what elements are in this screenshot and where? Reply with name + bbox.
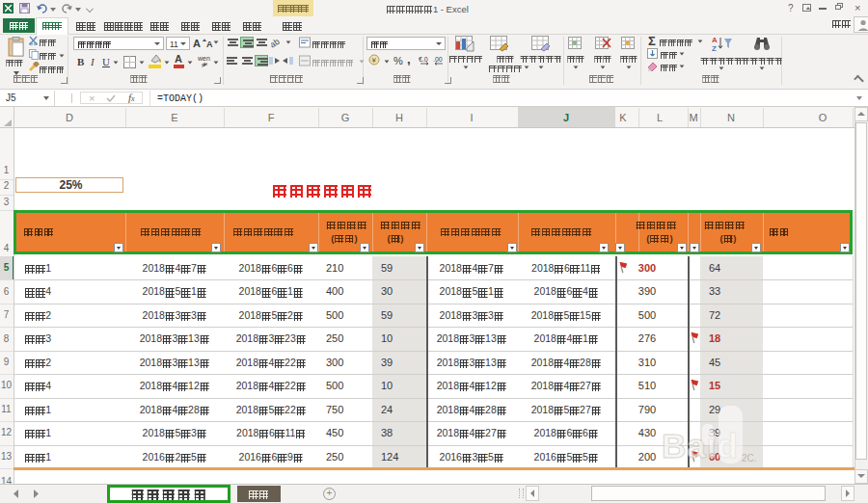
svg-text:.00: .00 [433,56,443,63]
svg-text:ab: ab [271,37,282,48]
svg-text:Z: Z [712,44,717,52]
svg-text:€.0: €.0 [419,56,428,63]
svg-text:wen: wen [198,55,210,62]
svg-text:¥: ¥ [371,56,377,65]
svg-text:A: A [712,36,718,44]
